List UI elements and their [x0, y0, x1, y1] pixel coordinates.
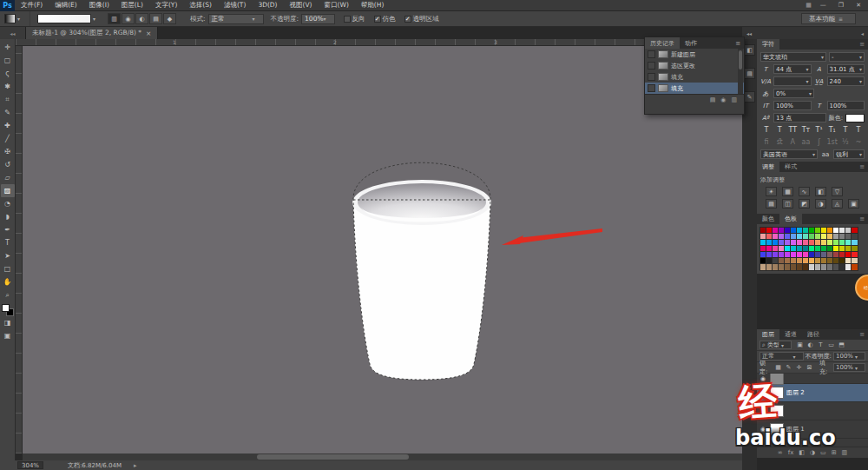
color-swatch-cell[interactable]	[797, 234, 803, 240]
layer-opacity-field[interactable]: 100%▾	[833, 352, 865, 361]
hand-tool[interactable]: ✋	[1, 275, 15, 288]
history-brush-tool[interactable]: ↺	[1, 158, 15, 171]
opentype-button[interactable]: ~	[853, 137, 864, 147]
color-swatch-cell[interactable]	[773, 252, 779, 258]
history-source-well[interactable]	[648, 62, 655, 70]
horizontal-scrollbar[interactable]	[23, 453, 742, 460]
filter-adjustment-icon[interactable]: ◐	[806, 341, 815, 348]
color-swatch-cell[interactable]	[785, 240, 791, 246]
lock-transparency-icon[interactable]: ▦	[773, 364, 783, 371]
panel-menu-icon[interactable]: ≡	[735, 40, 744, 47]
history-state-row[interactable]: 新建图层	[645, 49, 744, 60]
opentype-button[interactable]: 1st	[827, 137, 838, 147]
close-button[interactable]: ✕	[852, 2, 865, 9]
color-swatch-cell[interactable]	[815, 240, 821, 246]
color-swatch-cell[interactable]	[827, 264, 833, 270]
layer-row[interactable]: ◉	[757, 374, 868, 384]
color-swatch-cell[interactable]	[779, 258, 785, 264]
color-swatch-cell[interactable]	[779, 240, 785, 246]
radial-gradient-button[interactable]: ◉	[122, 13, 135, 24]
text-style-button[interactable]: TT	[787, 125, 798, 135]
text-style-button[interactable]: T¹	[814, 125, 825, 135]
history-source-well[interactable]	[648, 84, 655, 92]
menu-item[interactable]: 文件(F)	[15, 1, 49, 10]
adjustment-layer-icon[interactable]: ◑	[810, 449, 815, 456]
minimize-button[interactable]: —	[817, 2, 830, 9]
color-lookup-icon[interactable]: ▣	[848, 199, 859, 209]
quick-selection-tool[interactable]: ✱	[1, 80, 15, 93]
color-swatch-cell[interactable]	[791, 240, 797, 246]
color-swatch-cell[interactable]	[760, 234, 766, 240]
color-swatch-cell[interactable]	[839, 228, 845, 234]
color-swatch-cell[interactable]	[845, 246, 852, 252]
color-swatch-cell[interactable]	[785, 264, 791, 270]
color-swatch-cell[interactable]	[845, 234, 852, 240]
angle-gradient-button[interactable]: ◐	[135, 13, 148, 24]
new-layer-icon[interactable]: ⊞	[832, 449, 837, 456]
status-arrow-icon[interactable]: ▸	[134, 462, 137, 469]
color-swatch-cell[interactable]	[785, 252, 791, 258]
color-swatch-cell[interactable]	[766, 246, 773, 252]
color-swatch-cell[interactable]	[852, 252, 858, 258]
dodge-tool[interactable]: ◗	[1, 210, 15, 223]
color-swatch-cell[interactable]	[766, 228, 773, 234]
color-swatch-cell[interactable]	[815, 228, 821, 234]
color-swatch-cell[interactable]	[773, 246, 779, 252]
history-scrollbar[interactable]	[738, 49, 743, 94]
exposure-icon[interactable]: ◧	[815, 187, 826, 196]
color-swatch-cell[interactable]	[803, 246, 809, 252]
opentype-button[interactable]: aa	[800, 137, 811, 147]
layer-mask-icon[interactable]: ◧	[799, 449, 805, 456]
color-swatch-cell[interactable]	[827, 234, 833, 240]
color-swatch-cell[interactable]	[845, 258, 852, 264]
color-swatch-cell[interactable]	[821, 228, 827, 234]
color-swatch-cell[interactable]	[766, 264, 773, 270]
color-swatch-cell[interactable]	[809, 240, 815, 246]
color-swatch-cell[interactable]	[833, 252, 839, 258]
color-swatch-cell[interactable]	[766, 240, 773, 246]
color-swatch-cell[interactable]	[839, 240, 845, 246]
layer-row[interactable]	[757, 402, 868, 420]
panel-menu-icon[interactable]: ≡	[859, 215, 868, 222]
color-swatch-cell[interactable]	[839, 252, 845, 258]
collapsed-panel-info-icon[interactable]: ✎	[744, 91, 755, 103]
text-style-button[interactable]: T	[774, 125, 785, 135]
color-swatch-cell[interactable]	[821, 264, 827, 270]
menu-item[interactable]: 编辑(E)	[49, 1, 83, 10]
zoom-level-field[interactable]: 304%	[17, 461, 43, 469]
group-layers-icon[interactable]: ▭	[820, 449, 826, 456]
color-swatch-cell[interactable]	[773, 234, 779, 240]
color-swatch-cell[interactable]	[821, 252, 827, 258]
leading-field[interactable]: 31.01 点▾	[827, 64, 865, 74]
tool-preset-picker[interactable]: ▾	[0, 11, 30, 26]
color-swatch-cell[interactable]	[797, 240, 803, 246]
color-swatch-cell[interactable]	[809, 246, 815, 252]
lock-position-icon[interactable]: ✛	[794, 364, 804, 371]
quick-mask-icon[interactable]: ◨	[1, 316, 15, 329]
color-swatch-cell[interactable]	[821, 258, 827, 264]
opentype-button[interactable]: ʃ	[814, 137, 825, 147]
color-swatch-cell[interactable]	[760, 264, 766, 270]
move-tool[interactable]: ✛	[1, 41, 15, 54]
new-document-from-state-icon[interactable]: ▤	[710, 96, 716, 103]
mode-select[interactable]: 正常▾	[208, 14, 264, 24]
panel-menu-icon[interactable]: ≡	[859, 163, 868, 170]
color-swatch-cell[interactable]	[827, 240, 833, 246]
tab-动作[interactable]: 动作	[680, 37, 702, 49]
baseline-shift-field[interactable]: 13 点	[773, 113, 826, 122]
levels-icon[interactable]: ▦	[782, 187, 793, 196]
color-swatch-cell[interactable]	[785, 228, 791, 234]
color-swatch-cell[interactable]	[803, 252, 809, 258]
gradient-picker-arrow[interactable]: ▾	[93, 16, 95, 22]
color-swatch-cell[interactable]	[833, 234, 839, 240]
visibility-eye-icon[interactable]: ◉	[759, 389, 767, 396]
marquee-tool[interactable]: ▢	[1, 54, 15, 67]
restore-button[interactable]: ❐	[835, 2, 847, 9]
opentype-button[interactable]: A	[787, 137, 798, 147]
color-swatch-cell[interactable]	[797, 252, 803, 258]
color-swatch-cell[interactable]	[797, 258, 803, 264]
color-swatch-cell[interactable]	[833, 246, 839, 252]
visibility-eye-icon[interactable]: ◉	[759, 426, 767, 433]
color-swatch-cell[interactable]	[827, 252, 833, 258]
screen-mode-icon[interactable]: ▦	[806, 2, 812, 9]
